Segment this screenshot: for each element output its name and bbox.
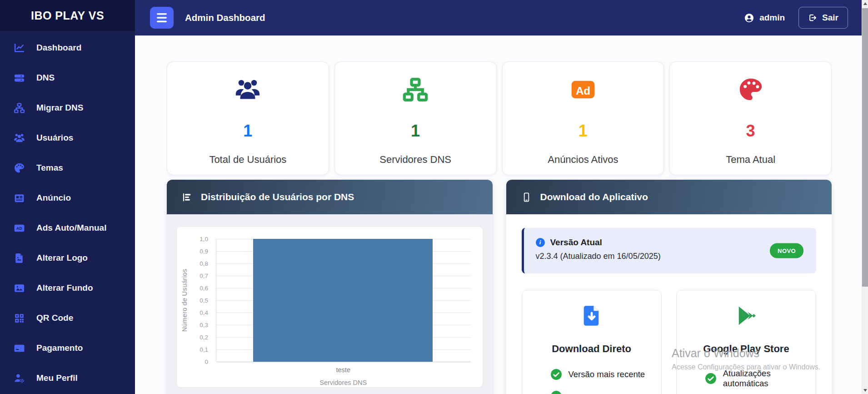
download-body: i Versão Atual v2.3.4 (Atualizado em 16/… xyxy=(506,214,832,394)
ad-badge-icon: Ad xyxy=(569,76,597,104)
y-tick-label: 0,6 xyxy=(200,285,208,292)
download-panel-header: Download do Aplicativo xyxy=(506,180,832,214)
sidebar-item-label: DNS xyxy=(36,73,55,83)
newspaper-icon xyxy=(14,192,25,204)
svg-text:AD: AD xyxy=(16,226,22,231)
sidebar-item-dns[interactable]: DNS xyxy=(0,63,135,93)
sign-out-icon xyxy=(808,13,817,22)
chart-panel-title: Distribuição de Usuários por DNS xyxy=(201,192,354,202)
stat-card: Ad 1 Anúncios Ativos xyxy=(502,61,664,175)
stats-row: 1 Total de Usuários 1 Servidores DNS Ad … xyxy=(167,61,832,175)
panels-row: Distribuição de Usuários por DNS Número … xyxy=(167,180,832,394)
y-tick-label: 0,5 xyxy=(200,297,208,304)
file-image-icon xyxy=(14,253,25,264)
check-icon xyxy=(550,369,562,380)
sidebar-item-temas[interactable]: Temas xyxy=(0,153,135,183)
y-tick-label: 0 xyxy=(205,359,208,365)
download-panel: Download do Aplicativo i Versão Atual v2… xyxy=(506,180,832,394)
feature-row-partial xyxy=(533,390,650,394)
menu-toggle-button[interactable] xyxy=(150,7,174,29)
page-title: Admin Dashboard xyxy=(185,12,265,23)
chart-panel-header: Distribuição de Usuários por DNS xyxy=(167,180,493,214)
y-tick-label: 0,3 xyxy=(200,322,208,328)
sidebar-item-alterar-fundo[interactable]: Alterar Fundo xyxy=(0,273,135,303)
sidebar-item-label: Alterar Logo xyxy=(36,253,88,263)
sidebar-item-alterar-logo[interactable]: Alterar Logo xyxy=(0,243,135,273)
logout-label: Sair xyxy=(822,13,838,23)
vertical-scrollbar[interactable] xyxy=(862,0,868,394)
download-cards: Download Direto Versão mais recente xyxy=(522,290,817,394)
sidebar-item-ads-auto-manual[interactable]: AD Ads Auto/Manual xyxy=(0,213,135,243)
sidebar-item-label: Pagamento xyxy=(36,343,83,353)
y-axis: 1,00,90,80,70,60,50,40,30,20,10 xyxy=(177,239,212,362)
sidebar-item-dashboard[interactable]: Dashboard xyxy=(0,33,135,63)
new-badge: NOVO xyxy=(770,243,803,258)
scroll-down-button[interactable] xyxy=(862,387,868,394)
stat-card: 3 Tema Atual xyxy=(669,61,832,175)
feature-text: Atualizações automáticas xyxy=(723,369,805,389)
qrcode-icon xyxy=(14,313,25,324)
sidebar-item-qr-code[interactable]: QR Code xyxy=(0,303,135,333)
direct-download-card[interactable]: Download Direto Versão mais recente xyxy=(522,290,662,394)
bar-chart: Número de Usuários 1,00,90,80,70,60,50,4… xyxy=(177,227,483,387)
version-detail: v2.3.4 (Atualizado em 16/05/2025) xyxy=(536,252,805,261)
sidebar-item-label: Alterar Fundo xyxy=(36,283,93,293)
scrollbar-thumb[interactable] xyxy=(862,8,868,287)
stat-label: Tema Atual xyxy=(726,154,775,166)
brand-title: IBO PLAY VS xyxy=(0,0,135,32)
top-navbar: Admin Dashboard admin Sair xyxy=(135,0,868,35)
stat-value: 3 xyxy=(746,123,755,139)
palette-icon xyxy=(14,162,25,174)
hamburger-icon xyxy=(156,13,167,23)
sidebar-item-label: Usuários xyxy=(36,133,73,143)
sidebar-item-label: QR Code xyxy=(36,313,73,323)
x-axis-title: Servidores DNS xyxy=(216,379,471,386)
stat-label: Servidores DNS xyxy=(379,154,451,166)
mobile-icon xyxy=(521,192,532,202)
stat-card: 1 Servidores DNS xyxy=(334,61,497,175)
image-icon xyxy=(14,283,25,294)
main-content: 1 Total de Usuários 1 Servidores DNS Ad … xyxy=(135,35,862,394)
sidebar-item-label: Ads Auto/Manual xyxy=(36,223,106,233)
feature-row: Atualizações automáticas xyxy=(688,369,805,389)
version-title: Versão Atual xyxy=(550,237,602,248)
credit-card-icon xyxy=(14,343,25,354)
sidebar-item-label: Meu Perfil xyxy=(36,373,78,383)
sidebar-item-label: Migrar DNS xyxy=(36,103,83,113)
sidebar-item-pagamento[interactable]: Pagamento xyxy=(0,333,135,363)
user-chip: admin xyxy=(744,13,785,23)
server-icon xyxy=(14,72,25,84)
arrow-down-icon xyxy=(863,389,867,392)
feature-text: Versão mais recente xyxy=(569,369,645,379)
download-card-title: Download Direto xyxy=(533,343,650,355)
stat-label: Total de Usuários xyxy=(209,154,286,166)
y-tick-label: 0,2 xyxy=(200,334,208,341)
sidebar-item-label: Temas xyxy=(36,163,63,173)
sidebar-item-migrar-dns[interactable]: Migrar DNS xyxy=(0,93,135,123)
info-icon: i xyxy=(536,238,545,247)
google-play-card[interactable]: Google Play Store Atualizações automátic… xyxy=(676,290,816,394)
stat-label: Anúncios Ativos xyxy=(548,154,618,166)
stat-card: 1 Total de Usuários xyxy=(167,61,329,175)
y-tick-label: 1,0 xyxy=(200,236,208,242)
feature-row: Versão mais recente xyxy=(533,369,650,380)
ad-badge-icon: AD xyxy=(14,222,25,234)
y-tick-label: 0,4 xyxy=(200,309,208,316)
y-tick-label: 0,9 xyxy=(200,248,208,255)
stat-value: 1 xyxy=(243,123,252,139)
download-card-title: Google Play Store xyxy=(688,343,805,355)
sidebar-item-label: Anúncio xyxy=(36,193,71,203)
y-tick-label: 0,1 xyxy=(200,346,208,353)
x-tick-label: teste xyxy=(216,366,471,374)
sidebar: IBO PLAY VS Dashboard DNS Migrar DNS Usu… xyxy=(0,0,135,394)
users-icon xyxy=(14,132,25,144)
scroll-up-button[interactable] xyxy=(862,0,868,7)
sidebar-item-meu-perfil[interactable]: Meu Perfil xyxy=(0,363,135,393)
sidebar-menu: Dashboard DNS Migrar DNS Usuários Temas xyxy=(0,32,135,393)
logout-button[interactable]: Sair xyxy=(798,7,848,29)
sidebar-item-usuarios[interactable]: Usuários xyxy=(0,123,135,153)
svg-text:Ad: Ad xyxy=(576,85,590,97)
y-tick-label: 0,8 xyxy=(200,260,208,267)
users-icon xyxy=(234,76,261,104)
sidebar-item-anuncio[interactable]: Anúncio xyxy=(0,183,135,213)
